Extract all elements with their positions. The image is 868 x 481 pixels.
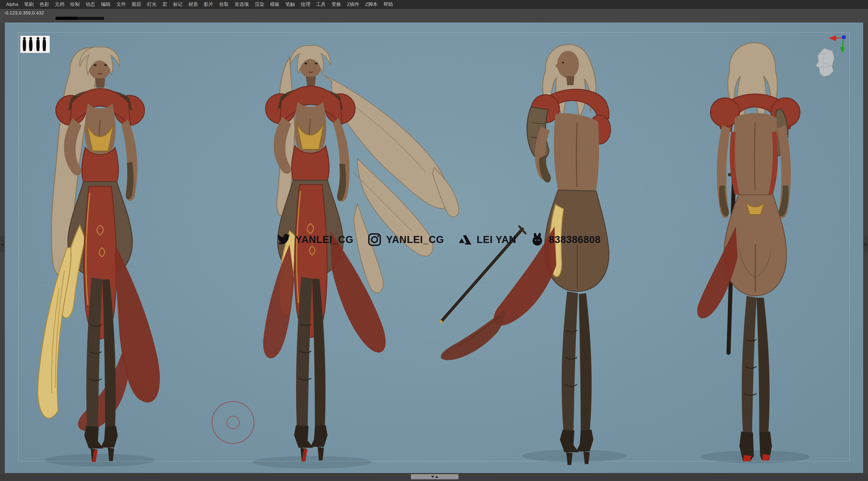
horizontal-scrollbar[interactable] [411,474,459,479]
menu-item-03[interactable]: 色彩 [37,0,52,9]
twitter-icon [276,232,291,247]
menu-item-09[interactable]: 图层 [129,0,144,9]
menu-item-22[interactable]: 变换 [329,0,344,9]
bottom-bar [0,473,868,481]
menu-item-25[interactable]: 帮助 [380,0,396,9]
menu-item-05[interactable]: 绘制 [67,0,83,9]
menu-item-16[interactable]: 首选项 [232,0,252,9]
artstation-icon [458,233,472,247]
watermark-rabbit: 838386808 [530,233,600,247]
scroll-up-icon[interactable] [435,476,438,478]
menu-item-23[interactable]: Z插件 [344,0,362,9]
scroll-right-arrow[interactable]: ▸ [864,236,868,252]
character-figure-back [667,32,841,468]
watermark-row: YANLEI_CG YANLEI_CG LEI YAN [276,232,601,247]
stroke-preview-bar [56,17,104,20]
menu-item-alpha[interactable]: Alpha [3,0,21,9]
menu-item-18[interactable]: 模板 [267,0,283,9]
rabbit-icon [530,233,544,247]
sash-ribbon [434,305,509,361]
watermark-label: LEI YAN [477,234,517,245]
menu-item-24[interactable]: Z脚本 [362,0,381,9]
menu-item-12[interactable]: 标记 [170,0,186,9]
menu-item-15[interactable]: 拾取 [216,0,232,9]
menu-item-19[interactable]: 笔触 [283,0,298,9]
thumbnail-silhouettes-icon [20,36,50,53]
menu-item-21[interactable]: 工具 [313,0,329,9]
menu-item-20[interactable]: 纹理 [298,0,313,9]
instagram-icon [368,233,381,247]
menu-item-13[interactable]: 材质 [186,0,201,9]
menu-item-04[interactable]: 文档 [52,0,67,9]
character-figure-front-left [14,35,186,472]
viewport-canvas[interactable]: YANLEI_CG YANLEI_CG LEI YAN [4,22,864,473]
watermark-twitter: YANLEI_CG [276,232,353,247]
menu-item-17[interactable]: 渲染 [252,0,267,9]
watermark-artstation: LEI YAN [458,233,517,247]
watermark-instagram: YANLEI_CG [368,233,444,247]
menu-item-02[interactable]: 笔刷 [21,0,37,9]
menu-item-10[interactable]: 灯光 [144,0,160,9]
menu-item-06[interactable]: 动态 [83,0,98,9]
menu-item-08[interactable]: 文件 [114,0,129,9]
menu-bar: Alpha 笔刷 色彩 文档 绘制 动态 编辑 文件 图层 灯光 宏 标记 材质… [0,0,868,9]
menu-item-07[interactable]: 编辑 [98,0,114,9]
menu-item-11[interactable]: 宏 [160,0,170,9]
watermark-label: YANLEI_CG [296,234,353,245]
camera-head-gizmo[interactable] [811,46,837,78]
menu-item-14[interactable]: 影片 [201,0,216,9]
scroll-left-arrow[interactable]: ◂ [0,236,4,252]
watermark-label: YANLEI_CG [386,234,444,245]
scroll-down-icon[interactable] [431,476,434,478]
watermark-label: 838386808 [549,234,600,245]
coordinate-readout: -0.123,0.359,0.432 [4,10,44,15]
reference-thumbnail[interactable] [20,35,50,53]
status-area: -0.123,0.359,0.432 [0,9,868,22]
